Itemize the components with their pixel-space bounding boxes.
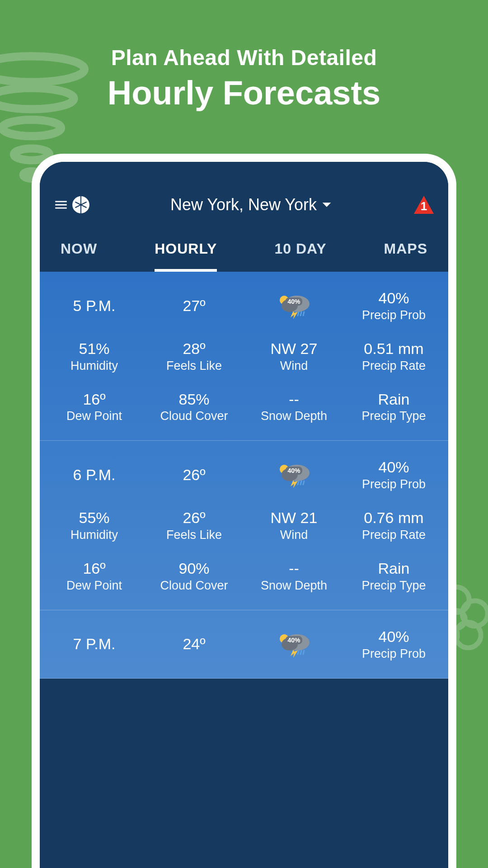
- humidity-label: Humidity: [44, 528, 144, 542]
- humidity-label: Humidity: [44, 359, 144, 373]
- precip-rate-label: Precip Rate: [344, 359, 444, 373]
- precip-rate-value: 0.76 mm: [344, 509, 444, 527]
- precip-prob-label: Precip Prob: [344, 647, 444, 661]
- cloud-cover-value: 90%: [144, 559, 244, 578]
- icon-precip-pct: 40%: [286, 636, 302, 644]
- alert-badge[interactable]: 1: [413, 195, 435, 215]
- feels-like-label: Feels Like: [144, 528, 244, 542]
- wind-label: Wind: [244, 528, 344, 542]
- feels-like-label: Feels Like: [144, 359, 244, 373]
- svg-point-0: [0, 56, 84, 82]
- dew-point-label: Dew Point: [44, 409, 144, 423]
- wind-label: Wind: [244, 359, 344, 373]
- location-selector[interactable]: New York, New York: [170, 195, 333, 214]
- forecast-temp: 27º: [144, 297, 244, 315]
- icon-precip-pct: 40%: [286, 467, 302, 475]
- forecast-time: 6 P.M.: [44, 466, 144, 484]
- app-header: New York, New York 1 NOW HOURLY 10 DAY M…: [40, 162, 448, 272]
- precip-type-value: Rain: [344, 390, 444, 409]
- precip-prob-label: Precip Prob: [344, 477, 444, 491]
- weatherbug-logo-icon: [71, 195, 90, 214]
- dew-point-label: Dew Point: [44, 579, 144, 593]
- menu-icon: [53, 197, 69, 212]
- forecast-temp: 24º: [144, 635, 244, 653]
- alert-count: 1: [421, 199, 427, 213]
- precip-prob-value: 40%: [344, 627, 444, 646]
- snow-depth-value: --: [244, 390, 344, 409]
- forecast-time: 7 P.M.: [44, 635, 144, 653]
- feels-like-value: 28º: [144, 340, 244, 358]
- snow-depth-label: Snow Depth: [244, 409, 344, 423]
- snow-depth-value: --: [244, 559, 344, 578]
- tab-10day[interactable]: 10 DAY: [274, 241, 326, 272]
- cloud-cover-label: Cloud Cover: [144, 409, 244, 423]
- forecast-card[interactable]: 5 P.M. 27º 40%: [40, 272, 448, 441]
- precip-rate-label: Precip Rate: [344, 528, 444, 542]
- precip-prob-label: Precip Prob: [344, 308, 444, 322]
- chevron-down-icon: [320, 198, 333, 211]
- precip-prob-value: 40%: [344, 289, 444, 307]
- wind-value: NW 21: [244, 509, 344, 527]
- precip-prob-value: 40%: [344, 458, 444, 476]
- wind-value: NW 27: [244, 340, 344, 358]
- forecast-list[interactable]: 5 P.M. 27º 40%: [40, 272, 448, 679]
- thunderstorm-icon: 40%: [244, 461, 344, 488]
- menu-logo-group[interactable]: [53, 195, 90, 214]
- location-label: New York, New York: [170, 195, 317, 214]
- dew-point-value: 16º: [44, 390, 144, 409]
- precip-type-label: Precip Type: [344, 579, 444, 593]
- forecast-card[interactable]: 7 P.M. 24º 40%: [40, 610, 448, 679]
- humidity-value: 55%: [44, 509, 144, 527]
- tab-now[interactable]: NOW: [61, 241, 97, 272]
- precip-rate-value: 0.51 mm: [344, 340, 444, 358]
- thunderstorm-icon: 40%: [244, 292, 344, 319]
- cloud-cover-label: Cloud Cover: [144, 579, 244, 593]
- snow-depth-label: Snow Depth: [244, 579, 344, 593]
- forecast-temp: 26º: [144, 466, 244, 484]
- tab-maps[interactable]: MAPS: [384, 241, 427, 272]
- precip-type-value: Rain: [344, 559, 444, 578]
- cloud-cover-value: 85%: [144, 390, 244, 409]
- svg-point-2: [2, 120, 61, 136]
- phone-frame: New York, New York 1 NOW HOURLY 10 DAY M…: [32, 154, 456, 868]
- thunderstorm-icon: 40%: [244, 631, 344, 658]
- precip-type-label: Precip Type: [344, 409, 444, 423]
- tab-hourly[interactable]: HOURLY: [155, 241, 217, 272]
- feels-like-value: 26º: [144, 509, 244, 527]
- tabs: NOW HOURLY 10 DAY MAPS: [53, 241, 435, 272]
- svg-point-1: [0, 88, 74, 109]
- forecast-card[interactable]: 6 P.M. 26º 40%: [40, 441, 448, 610]
- dew-point-value: 16º: [44, 559, 144, 578]
- icon-precip-pct: 40%: [286, 297, 302, 306]
- svg-point-3: [14, 149, 49, 160]
- humidity-value: 51%: [44, 340, 144, 358]
- forecast-time: 5 P.M.: [44, 297, 144, 315]
- phone-screen: New York, New York 1 NOW HOURLY 10 DAY M…: [40, 162, 448, 868]
